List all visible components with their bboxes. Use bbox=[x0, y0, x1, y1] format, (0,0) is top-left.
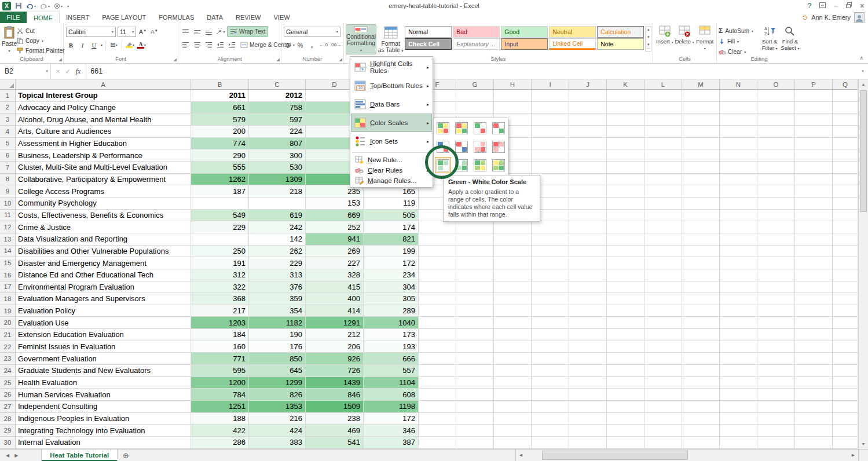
cell-M12[interactable] bbox=[682, 221, 720, 233]
cell-I5[interactable] bbox=[532, 138, 569, 150]
gallery-up-icon[interactable]: ▲ bbox=[647, 28, 650, 31]
cell-B8[interactable]: 1262 bbox=[191, 174, 249, 186]
cell-J7[interactable] bbox=[569, 162, 607, 174]
next-sheet-button[interactable]: ▶ bbox=[14, 453, 18, 458]
cell-H16[interactable] bbox=[494, 269, 532, 281]
cell-F30[interactable] bbox=[419, 437, 456, 449]
cell-J22[interactable] bbox=[569, 341, 607, 353]
cell-D19[interactable]: 414 bbox=[306, 305, 364, 317]
cell-N13[interactable] bbox=[720, 233, 757, 246]
row-header-16[interactable]: 16 bbox=[0, 269, 16, 281]
cell-G22[interactable] bbox=[456, 341, 494, 353]
cell-P18[interactable] bbox=[795, 293, 833, 305]
middle-align-button[interactable] bbox=[192, 27, 202, 37]
format-painter-button[interactable]: Format Painter bbox=[17, 46, 64, 55]
cell-A22[interactable]: Feminist Issues in Evaluation bbox=[16, 341, 191, 353]
cell-C1[interactable]: 2012 bbox=[249, 90, 306, 102]
cell-P21[interactable] bbox=[795, 329, 833, 341]
insert-function-button[interactable]: fx bbox=[76, 67, 81, 76]
fill-button[interactable]: Fill ▾ bbox=[719, 36, 760, 46]
cell-K1[interactable] bbox=[607, 90, 644, 102]
cell-A13[interactable]: Data Visualization and Reporting bbox=[16, 233, 191, 246]
cell-Q27[interactable] bbox=[833, 401, 858, 413]
cell-P23[interactable] bbox=[795, 353, 833, 365]
cell-style-explanatory[interactable]: Explanatory ... bbox=[453, 38, 500, 50]
cell-D27[interactable]: 1509 bbox=[306, 401, 364, 413]
cell-D12[interactable]: 252 bbox=[306, 221, 364, 233]
vertical-scrollbar[interactable]: ▲ ▼ bbox=[858, 79, 868, 449]
accounting-format-button[interactable]: $▾ bbox=[284, 40, 294, 50]
cell-A1[interactable]: Topical Interest Group bbox=[16, 90, 191, 102]
prev-sheet-button[interactable]: ◀ bbox=[6, 453, 9, 458]
cell-M23[interactable] bbox=[682, 353, 720, 365]
cell-C26[interactable]: 826 bbox=[249, 389, 306, 401]
cell-A26[interactable]: Human Services Evaluation bbox=[16, 389, 191, 401]
cell-C13[interactable]: 142 bbox=[249, 233, 306, 246]
font-color-button[interactable]: A▾ bbox=[137, 40, 147, 50]
cell-E17[interactable]: 304 bbox=[364, 281, 419, 294]
cell-O11[interactable] bbox=[757, 210, 795, 222]
cell-B26[interactable]: 784 bbox=[191, 389, 249, 401]
cell-O29[interactable] bbox=[757, 425, 795, 437]
cell-J19[interactable] bbox=[569, 305, 607, 317]
cell-N23[interactable] bbox=[720, 353, 757, 365]
cell-E21[interactable]: 173 bbox=[364, 329, 419, 341]
cell-M29[interactable] bbox=[682, 425, 720, 437]
cell-L24[interactable] bbox=[644, 365, 682, 377]
cell-N26[interactable] bbox=[720, 389, 757, 401]
cell-E29[interactable]: 346 bbox=[364, 425, 419, 437]
cell-E10[interactable]: 119 bbox=[364, 197, 419, 210]
cancel-button[interactable]: × bbox=[56, 68, 60, 75]
paste-button[interactable]: Paste ▾ bbox=[2, 24, 17, 54]
cell-Q16[interactable] bbox=[833, 269, 858, 281]
cell-G30[interactable] bbox=[456, 437, 494, 449]
cell-P10[interactable] bbox=[795, 197, 833, 210]
cell-G12[interactable] bbox=[456, 221, 494, 233]
row-header-27[interactable]: 27 bbox=[0, 401, 16, 413]
cell-C17[interactable]: 376 bbox=[249, 281, 306, 294]
column-header-B[interactable]: B bbox=[191, 79, 249, 90]
cell-C28[interactable]: 216 bbox=[249, 413, 306, 425]
cell-B27[interactable]: 1251 bbox=[191, 401, 249, 413]
restore-button[interactable] bbox=[846, 2, 852, 9]
cell-L30[interactable] bbox=[644, 437, 682, 449]
cell-P6[interactable] bbox=[795, 149, 833, 162]
cell-A29[interactable]: Integrating Technology into Evaluation bbox=[16, 425, 191, 437]
cell-K26[interactable] bbox=[607, 389, 644, 401]
cell-B3[interactable]: 579 bbox=[191, 114, 249, 126]
cell-G19[interactable] bbox=[456, 305, 494, 317]
cell-M24[interactable] bbox=[682, 365, 720, 377]
cell-H24[interactable] bbox=[494, 365, 532, 377]
cell-B30[interactable]: 286 bbox=[191, 437, 249, 449]
cell-H29[interactable] bbox=[494, 425, 532, 437]
cell-G17[interactable] bbox=[456, 281, 494, 294]
cell-C22[interactable]: 176 bbox=[249, 341, 306, 353]
cell-K9[interactable] bbox=[607, 185, 644, 197]
cell-C20[interactable]: 1182 bbox=[249, 317, 306, 329]
row-header-21[interactable]: 21 bbox=[0, 329, 16, 341]
cell-N21[interactable] bbox=[720, 329, 757, 341]
cell-I28[interactable] bbox=[532, 413, 569, 425]
percent-style-button[interactable]: % bbox=[295, 40, 305, 50]
comma-style-button[interactable]: , bbox=[307, 40, 317, 50]
cell-O12[interactable] bbox=[757, 221, 795, 233]
cell-C12[interactable]: 242 bbox=[249, 221, 306, 233]
cell-B6[interactable]: 290 bbox=[191, 149, 249, 162]
vertical-scroll-thumb[interactable] bbox=[860, 90, 867, 212]
row-header-11[interactable]: 11 bbox=[0, 210, 16, 222]
row-header-7[interactable]: 7 bbox=[0, 162, 16, 174]
center-button[interactable] bbox=[192, 40, 202, 50]
cell-O30[interactable] bbox=[757, 437, 795, 449]
cell-K12[interactable] bbox=[607, 221, 644, 233]
row-header-30[interactable]: 30 bbox=[0, 437, 16, 449]
cell-I18[interactable] bbox=[532, 293, 569, 305]
cell-I30[interactable] bbox=[532, 437, 569, 449]
cell-J8[interactable] bbox=[569, 174, 607, 186]
cell-A28[interactable]: Indigenous Peoples in Evaluation bbox=[16, 413, 191, 425]
cell-M13[interactable] bbox=[682, 233, 720, 246]
cell-B15[interactable]: 191 bbox=[191, 257, 249, 269]
cell-N9[interactable] bbox=[720, 185, 757, 197]
name-box[interactable]: B2▾ bbox=[0, 64, 51, 79]
cell-A6[interactable]: Business, Leadership & Performance bbox=[16, 149, 191, 162]
cell-E16[interactable]: 234 bbox=[364, 269, 419, 281]
